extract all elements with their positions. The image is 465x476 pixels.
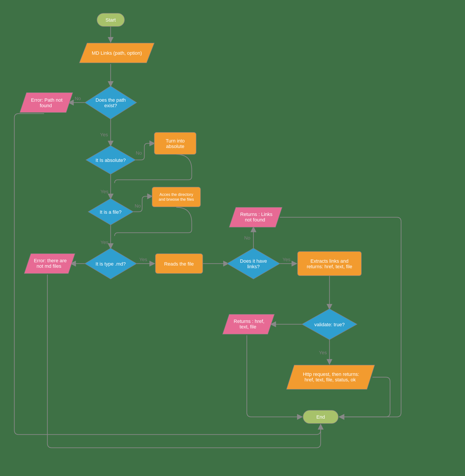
text-errmd-2: not md files — [37, 263, 62, 269]
edge-errmd-end — [47, 275, 321, 448]
node-reads-file: Reads the file — [155, 254, 203, 274]
label-isfile-yes: Yes — [100, 240, 108, 245]
text-extract-2: returns: href, text, file — [307, 264, 352, 269]
label-validate-yes: Yes — [319, 350, 327, 355]
label-absolute-no: No — [136, 150, 142, 156]
text-errpath-2: found — [40, 103, 52, 108]
node-haslinks: Does it have links? — [227, 248, 280, 279]
text-mdlinks: MD Links (path, option) — [92, 50, 142, 56]
node-error-md: Error: there are not md files — [24, 254, 75, 274]
node-validate: validate: true? — [302, 309, 357, 340]
text-turnabs-2: absolute — [166, 144, 184, 149]
text-pathexist-2: exist? — [104, 103, 117, 108]
text-start: Start — [106, 17, 116, 23]
label-ismd-yes: Yes — [139, 257, 147, 262]
node-extract: Extracts links and returns: href, text, … — [297, 252, 361, 276]
text-haslinks-2: links? — [247, 264, 260, 269]
text-linksnf-1: Returns : Links — [240, 211, 273, 217]
text-http-2: href, text, file, status, ok — [305, 377, 356, 382]
text-validate: validate: true? — [314, 322, 345, 327]
text-linksnf-2: not found — [245, 217, 265, 222]
node-end: End — [303, 410, 338, 423]
text-rethtf-1: Returns : href, — [234, 319, 264, 324]
node-links-nf: Returns : Links not found — [229, 207, 282, 227]
label-haslinks-no: No — [244, 235, 250, 241]
label-isfile-no: No — [135, 203, 141, 209]
text-isabsolute: It Is absolute? — [96, 157, 126, 163]
node-http: Http request, then returns: href, text, … — [286, 365, 375, 389]
text-errmd-1: Error: there are — [34, 258, 67, 263]
text-rethtf-2: text, file — [240, 324, 256, 330]
node-ismd: It is type .md? — [85, 248, 137, 279]
node-start: Start — [97, 13, 125, 26]
text-readsfile: Reads the file — [164, 261, 194, 267]
text-haslinks-1: Does it have — [240, 258, 267, 264]
text-http-1: Http request, then returns: — [303, 371, 359, 377]
label-haslinks-yes: Yes — [283, 257, 290, 262]
text-accessdir-2: and brwose the files — [159, 197, 194, 202]
text-isfile: It is a file? — [100, 209, 121, 215]
node-isfile: It is a file? — [88, 199, 133, 225]
node-access-dir: Acces the directory and brwose the files — [152, 187, 201, 207]
text-pathexist-1: Does the path — [96, 97, 126, 103]
text-end: End — [316, 414, 325, 420]
node-ret-htf: Returns : href, text, file — [222, 314, 274, 334]
label-absolute-yes: Yes — [100, 189, 108, 194]
label-pathexist-no: No — [75, 96, 81, 101]
node-pathexist: Does the path exist? Does the path exist… — [85, 86, 137, 119]
edge-errpath-end — [14, 114, 321, 434]
node-error-path: Error: Path not found — [20, 93, 73, 112]
text-accessdir-1: Acces the directory — [159, 192, 193, 197]
label-pathexist-yes: Yes — [100, 132, 108, 137]
node-mdlinks: MD Links (path, option) — [79, 43, 154, 63]
node-turn-absolute: Turn into absolute — [154, 132, 196, 155]
text-turnabs-1: Turn into — [166, 138, 185, 144]
text-errpath-1: Error: Path not — [31, 97, 62, 103]
text-extract-1: Extracts links and — [310, 258, 349, 264]
node-isabsolute: It Is absolute? — [86, 145, 136, 174]
text-ismd: It is type .md? — [96, 261, 126, 267]
